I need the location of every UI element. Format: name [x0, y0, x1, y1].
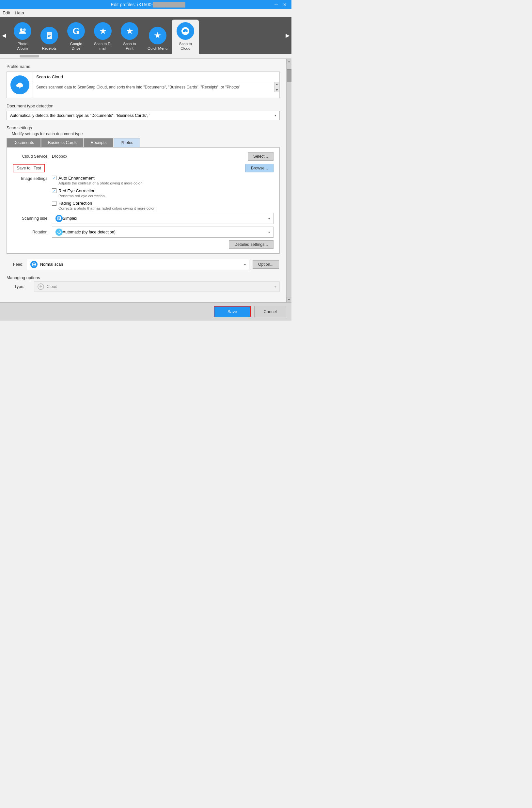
- title-bar: Edit profiles: iX1500-██████████ ─ ✕: [0, 0, 291, 9]
- tab-photos[interactable]: Photos: [114, 138, 140, 147]
- svg-rect-10: [58, 217, 60, 218]
- quick-menu-icon: ★: [149, 27, 166, 44]
- feed-row: Feed: Normal scan ▾ Option...: [6, 259, 280, 270]
- svg-rect-5: [48, 36, 50, 37]
- rotation-row: Rotation: Automatic (by face detection) …: [13, 226, 274, 238]
- doc-type-label: Document type detection: [6, 104, 280, 108]
- profile-icon-cell: [7, 72, 33, 98]
- browse-button[interactable]: Browse...: [245, 164, 274, 172]
- select-button[interactable]: Select...: [248, 152, 274, 161]
- auto-enhancement-label: Auto Enhancement: [58, 176, 95, 181]
- cloud-service-label: Cloud Service:: [13, 154, 49, 159]
- red-eye-desc: Performs red eye correction.: [58, 194, 155, 199]
- type-value: Cloud: [47, 284, 57, 289]
- scroll-left-button[interactable]: ◀: [0, 17, 8, 54]
- tab-quick-menu[interactable]: ★ Quick Menu: [143, 20, 172, 54]
- scanning-side-label: Scanning side:: [13, 216, 49, 221]
- feed-label: Feed:: [7, 262, 23, 267]
- feed-dropdown[interactable]: Normal scan ▾: [27, 259, 249, 270]
- tab-scan-to-cloud[interactable]: Scan toCloud: [172, 20, 199, 54]
- window-title: Edit profiles: iX1500-██████████: [23, 2, 273, 7]
- tab-label-receipts: Receipts: [42, 47, 57, 51]
- rotation-label: Rotation:: [13, 230, 49, 234]
- close-button[interactable]: ✕: [282, 2, 288, 7]
- save-to-value: Test: [34, 166, 41, 170]
- cloud-service-row: Cloud Service: Dropbox Select...: [13, 152, 274, 161]
- image-settings-label: Image settings:: [13, 176, 49, 181]
- tab-scan-to-email[interactable]: ★ Scan to E-mail: [89, 20, 116, 54]
- svg-point-0: [20, 29, 22, 31]
- fading-checkbox[interactable]: [52, 201, 56, 206]
- save-button[interactable]: Save: [214, 306, 251, 317]
- tab-scan-to-print[interactable]: ★ Scan toPrint: [116, 20, 143, 54]
- type-label: Type:: [14, 284, 31, 289]
- scrollbar-right[interactable]: ▲ ▼: [286, 59, 291, 302]
- scan-settings-sublabel: Modify settings for each document type: [6, 132, 280, 136]
- fading-label: Fading Correction: [58, 201, 92, 206]
- tab-label-scan-to-print: Scan toPrint: [123, 42, 136, 51]
- red-eye-row: ✓ Red Eye Correction: [52, 188, 155, 193]
- profile-name-section: Profile name: [6, 64, 280, 98]
- rotation-arrow: ▾: [268, 231, 270, 234]
- icon-scroll-bar[interactable]: [0, 54, 291, 59]
- profile-icon-large: [11, 75, 30, 94]
- rotation-dropdown[interactable]: Automatic (by face detection) ▾: [52, 226, 274, 238]
- scroll-down-btn[interactable]: ▼: [275, 88, 279, 92]
- description-scrollbar[interactable]: ▲ ▼: [274, 82, 279, 92]
- fading-desc: Corrects a photo that has faded colors g…: [58, 206, 155, 211]
- red-eye-checkbox[interactable]: ✓: [52, 188, 56, 193]
- profile-name-label: Profile name: [6, 64, 280, 69]
- scanning-side-value: Simplex: [63, 216, 77, 221]
- cancel-button[interactable]: Cancel: [254, 306, 286, 317]
- red-eye-label: Red Eye Correction: [58, 188, 95, 193]
- tab-label-scan-to-email: Scan to E-mail: [94, 42, 112, 51]
- scrollbar-thumb[interactable]: [287, 69, 291, 82]
- auto-enhancement-desc: Adjusts the contrast of a photo giving i…: [58, 181, 155, 186]
- detailed-settings-button[interactable]: Detailed settings...: [229, 240, 274, 249]
- svg-marker-13: [58, 231, 59, 232]
- fading-item: Fading Correction Corrects a photo that …: [52, 201, 155, 211]
- save-to-label: Save to:: [17, 166, 32, 170]
- doc-type-dropdown[interactable]: Automatically detects the document type …: [6, 111, 280, 120]
- scroll-up-btn[interactable]: ▲: [275, 82, 279, 86]
- svg-rect-3: [48, 34, 51, 34]
- tab-documents[interactable]: Documents: [6, 138, 41, 147]
- doc-type-section: Document type detection Automatically de…: [6, 104, 280, 120]
- managing-options-title: Managing options: [6, 275, 280, 280]
- cloud-service-value: Dropbox: [52, 154, 67, 159]
- detailed-btn-row: Detailed settings...: [13, 240, 274, 249]
- scanning-side-dropdown[interactable]: Simplex ▾: [52, 213, 274, 224]
- settings-panel: Cloud Service: Dropbox Select... Save to…: [6, 147, 280, 254]
- minimize-button[interactable]: ─: [273, 2, 279, 7]
- option-button[interactable]: Option...: [253, 260, 279, 269]
- doc-type-value: Automatically detects the document type …: [10, 113, 150, 118]
- tab-receipts[interactable]: Receipts: [36, 20, 63, 54]
- svg-point-1: [23, 29, 26, 31]
- auto-enhancement-checkbox[interactable]: ✓: [52, 176, 56, 180]
- save-to-box: Save to: Test: [13, 164, 45, 172]
- tab-photo-album[interactable]: PhotoAlbum: [9, 20, 36, 54]
- scroll-right-button[interactable]: ▶: [283, 17, 291, 54]
- red-eye-item: ✓ Red Eye Correction Performs red eye co…: [52, 188, 155, 199]
- menu-edit[interactable]: Edit: [3, 11, 10, 15]
- scan-side-icon: [55, 215, 63, 222]
- doc-type-tabs: Documents Business Cards Receipts Photos: [6, 138, 280, 147]
- scroll-bottom-button[interactable]: ▼: [287, 297, 292, 302]
- tab-business-cards[interactable]: Business Cards: [41, 138, 84, 147]
- profile-name-input[interactable]: [33, 72, 279, 82]
- svg-rect-11: [58, 218, 60, 219]
- tab-receipts-inner[interactable]: Receipts: [84, 138, 114, 147]
- tab-google-drive[interactable]: G GoogleDrive: [63, 20, 89, 54]
- type-icon: [38, 283, 44, 290]
- scan-to-print-icon: ★: [121, 22, 139, 40]
- scroll-top-button[interactable]: ▲: [287, 59, 292, 64]
- svg-rect-12: [58, 219, 59, 220]
- type-row: Type: Cloud ▾: [6, 281, 280, 292]
- profile-fields: Sends scanned data to ScanSnap Cloud, an…: [33, 72, 279, 98]
- tab-label-quick-menu: Quick Menu: [148, 47, 167, 51]
- save-to-row: Save to: Test Browse...: [13, 164, 274, 172]
- menu-help[interactable]: Help: [15, 11, 24, 15]
- checkbox-group: ✓ Auto Enhancement Adjusts the contrast …: [52, 176, 155, 211]
- auto-enhancement-row: ✓ Auto Enhancement: [52, 176, 155, 181]
- tab-label-google-drive: GoogleDrive: [70, 42, 82, 51]
